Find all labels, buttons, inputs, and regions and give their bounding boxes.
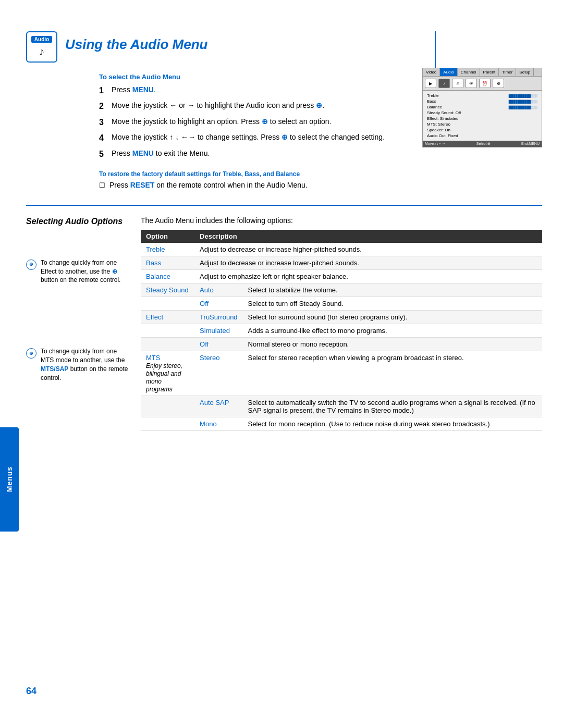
option-balance: Balance <box>141 269 194 283</box>
desc-simulated: Adds a surround-like effect to mono prog… <box>243 324 542 337</box>
note-2-link: MTS/SAP <box>41 365 68 373</box>
table-row: Mono Select for mono reception. (Use to … <box>141 417 542 430</box>
option-bass: Bass <box>141 256 194 269</box>
mts-italic: Enjoy stereo,bilingual andmono programs <box>146 362 182 393</box>
step-list: 1 Press MENU. 2 Move the joystick ← or →… <box>99 85 542 160</box>
restore-section: To restore the factory default settings … <box>99 170 542 189</box>
sub-autosap: Auto SAP <box>194 396 243 417</box>
option-mts: MTS <box>146 354 160 362</box>
table-row: Treble Adjust to decrease or increase hi… <box>141 243 542 256</box>
step-3-content: Move the joystick to highlight an option… <box>112 117 542 128</box>
step-3-highlight: ⊕ <box>262 117 268 126</box>
restore-text: Press RESET on the remote control when i… <box>109 181 308 189</box>
option-effect: Effect <box>141 310 194 324</box>
step-4-content: Move the joystick ↑ ↓ ←→ to change setti… <box>112 132 542 144</box>
desc-steady-off: Select to turn off Steady Sound. <box>243 297 542 310</box>
restore-title: To restore the factory default settings … <box>99 170 542 178</box>
audio-icon-label: Audio <box>31 36 52 43</box>
step-1: 1 Press MENU. <box>99 85 542 96</box>
reset-highlight: RESET <box>130 181 155 189</box>
step-1-number: 1 <box>99 85 112 96</box>
note-2-text: To change quickly from one MTS mode to a… <box>41 347 130 382</box>
desc-auto: Select to stabilize the volume. <box>243 283 542 297</box>
table-row: Effect TruSurround Select for surround s… <box>141 310 542 324</box>
sub-mono: Mono <box>194 417 243 430</box>
sub-auto: Auto <box>194 283 243 297</box>
sub-stereo: Stereo <box>194 351 243 396</box>
desc-bass: Adjust to decrease or increase lower-pit… <box>194 256 542 269</box>
step-5-number: 5 <box>99 149 112 160</box>
intro-text: The Audio Menu includes the following op… <box>141 216 542 225</box>
option-empty-3 <box>141 337 194 351</box>
sub-trusurround: TruSurround <box>194 310 243 324</box>
col-option: Option <box>141 230 194 243</box>
side-tab-label: Menus <box>5 466 14 492</box>
option-steady: Steady Sound <box>141 283 194 297</box>
desc-stereo: Select for stereo reception when viewing… <box>243 351 542 396</box>
step-2-highlight: ⊕ <box>316 101 322 109</box>
desc-treble: Adjust to decrease or increase higher-pi… <box>194 243 542 256</box>
arrow-line <box>435 31 436 73</box>
option-mts-cell: MTS Enjoy stereo,bilingual andmono progr… <box>141 351 194 396</box>
step-3: 3 Move the joystick to highlight an opti… <box>99 117 542 128</box>
options-table: Option Description Treble Adjust to decr… <box>141 230 542 431</box>
option-empty-5 <box>141 417 194 430</box>
left-column: Selecting Audio Options ⊕ To change quic… <box>26 216 130 431</box>
desc-balance: Adjust to emphasize left or right speake… <box>194 269 542 283</box>
page-number: 64 <box>26 686 36 697</box>
desc-autosap: Select to automatically switch the TV to… <box>243 396 542 417</box>
table-row: Bass Adjust to decrease or increase lowe… <box>141 256 542 269</box>
section-heading: Selecting Audio Options <box>26 216 130 227</box>
audio-icon-box: Audio ♪ <box>26 31 57 63</box>
note-1: ⊕ To change quickly from one Effect to a… <box>26 258 130 285</box>
table-row: Off Normal stereo or mono reception. <box>141 337 542 351</box>
page-title: Using the Audio Menu <box>65 31 207 53</box>
table-row: Steady Sound Auto Select to stabilize th… <box>141 283 542 297</box>
step-2-content: Move the joystick ← or → to highlight th… <box>112 101 542 112</box>
table-row: MTS Enjoy stereo,bilingual andmono progr… <box>141 351 542 396</box>
step-2-number: 2 <box>99 101 112 112</box>
step-5-highlight: MENU <box>132 149 154 157</box>
option-empty-2 <box>141 324 194 337</box>
table-row: Auto SAP Select to automatically switch … <box>141 396 542 417</box>
step-1-content: Press MENU. <box>112 85 542 96</box>
note-1-link: ⊕ <box>112 268 117 275</box>
desc-mono: Select for mono reception. (Use to reduc… <box>243 417 542 430</box>
desc-trusurround: Select for surround sound (for stereo pr… <box>243 310 542 324</box>
note-1-text: To change quickly from one Effect to ano… <box>41 258 130 285</box>
table-row: Off Select to turn off Steady Sound. <box>141 297 542 310</box>
col-description: Description <box>194 230 542 243</box>
header-section: Audio ♪ Using the Audio Menu <box>26 31 542 63</box>
steps-section: To select the Audio Menu 1 Press MENU. 2… <box>99 73 542 160</box>
audio-options-section: Selecting Audio Options ⊕ To change quic… <box>26 216 542 431</box>
side-tab: Menus <box>0 427 19 532</box>
note-1-icon: ⊕ <box>26 260 36 270</box>
step-3-number: 3 <box>99 117 112 128</box>
table-row: Simulated Adds a surround-like effect to… <box>141 324 542 337</box>
step-5-content: Press MENU to exit the Menu. <box>112 149 542 160</box>
note-2: ⊕ To change quickly from one MTS mode to… <box>26 347 130 382</box>
sub-simulated: Simulated <box>194 324 243 337</box>
note-2-icon: ⊕ <box>26 348 36 359</box>
option-empty-4 <box>141 396 194 417</box>
step-2: 2 Move the joystick ← or → to highlight … <box>99 101 542 112</box>
steps-subtitle: To select the Audio Menu <box>99 73 542 81</box>
desc-effect-off: Normal stereo or mono reception. <box>243 337 542 351</box>
option-treble: Treble <box>141 243 194 256</box>
restore-item: ☐ Press RESET on the remote control when… <box>99 181 542 189</box>
audio-icon-symbol: ♪ <box>39 45 45 58</box>
table-row: Balance Adjust to emphasize left or righ… <box>141 269 542 283</box>
step-5: 5 Press MENU to exit the Menu. <box>99 149 542 160</box>
step-4-highlight: ⊕ <box>282 133 288 141</box>
sub-steady-off: Off <box>194 297 243 310</box>
right-column: The Audio Menu includes the following op… <box>141 216 542 431</box>
option-empty-1 <box>141 297 194 310</box>
sub-effect-off: Off <box>194 337 243 351</box>
step-4-number: 4 <box>99 132 112 144</box>
section-divider <box>26 205 542 206</box>
step-1-highlight: MENU <box>132 85 154 94</box>
checkbox-icon: ☐ <box>99 181 105 189</box>
step-4: 4 Move the joystick ↑ ↓ ←→ to change set… <box>99 132 542 144</box>
